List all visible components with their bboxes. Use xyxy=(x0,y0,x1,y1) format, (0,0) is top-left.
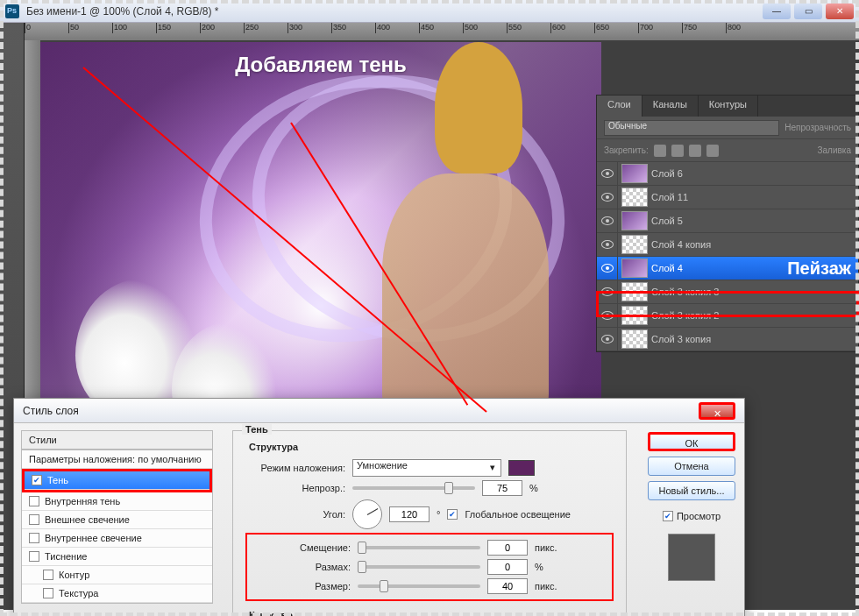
angle-dial[interactable] xyxy=(352,499,382,529)
structure-label: Структура xyxy=(249,442,614,452)
new-style-button[interactable]: Новый стиль... xyxy=(648,481,735,500)
opacity-input[interactable] xyxy=(482,480,522,496)
settings-column: Тень Структура Режим наложения: Умножени… xyxy=(220,423,639,616)
style-checkbox[interactable] xyxy=(43,588,53,598)
style-item[interactable]: Внутренняя тень xyxy=(22,492,212,511)
style-checkbox[interactable] xyxy=(43,570,53,580)
style-item[interactable]: Тень xyxy=(25,471,209,490)
dialog-close-button[interactable]: ✕ xyxy=(699,402,735,420)
cancel-button[interactable]: Отмена xyxy=(648,457,735,476)
styles-header[interactable]: Стили xyxy=(21,430,213,450)
layer-thumbnail[interactable] xyxy=(621,329,648,349)
opacity-label: Непрозрачность xyxy=(784,123,851,132)
girl-hair xyxy=(435,42,522,173)
minimize-button[interactable]: — xyxy=(763,4,791,19)
annotation-highlight-sliders: Смещение: пикс. Размах: % xyxy=(245,533,614,601)
ruler-tick-label: 300 xyxy=(289,23,302,32)
layer-style-dialog: Стиль слоя ✕ Стили Параметры наложения: … xyxy=(13,398,745,616)
ok-button[interactable]: ОК xyxy=(648,432,735,451)
layer-row[interactable]: Слой 6 xyxy=(597,162,858,186)
size-label: Размер: xyxy=(251,581,351,591)
distance-label: Смещение: xyxy=(251,542,351,553)
spread-label: Размах: xyxy=(251,562,351,572)
shadow-fieldset: Тень Структура Режим наложения: Умножени… xyxy=(232,430,627,616)
blending-defaults-row[interactable]: Параметры наложения: по умолчанию xyxy=(22,450,212,469)
layer-thumbnail[interactable] xyxy=(621,258,648,278)
layer-thumbnail[interactable] xyxy=(621,188,648,207)
visibility-toggle[interactable] xyxy=(597,233,618,256)
ruler-tick-label: 0 xyxy=(26,23,31,32)
style-checkbox[interactable] xyxy=(29,551,39,562)
layer-name-label: Слой 5 xyxy=(651,216,683,226)
horizontal-ruler: 0501001502002503003504004505005506006507… xyxy=(25,23,859,40)
eye-icon xyxy=(601,216,614,225)
ruler-tick-label: 350 xyxy=(333,23,346,32)
layer-row[interactable]: Слой 3 копия xyxy=(597,328,858,351)
tab-channels[interactable]: Каналы xyxy=(642,96,699,117)
ruler-tick-label: 450 xyxy=(421,23,434,32)
lock-transparency-icon[interactable] xyxy=(654,145,666,157)
annotation-highlight-layer xyxy=(596,291,859,317)
distance-input[interactable] xyxy=(487,540,528,556)
layer-thumbnail[interactable] xyxy=(621,211,648,230)
layer-row[interactable]: Слой 5 xyxy=(597,209,858,233)
layer-row[interactable]: Слой 4 копия xyxy=(597,233,858,257)
ruler-tick-label: 550 xyxy=(508,23,522,32)
distance-slider[interactable] xyxy=(358,546,480,549)
close-window-button[interactable]: ✕ xyxy=(826,4,854,19)
panel-tabs: Слои Каналы Контуры xyxy=(597,96,858,117)
style-label: Тиснение xyxy=(45,551,87,562)
title-bar: Без имени-1 @ 100% (Слой 4, RGB/8) * — ▭… xyxy=(0,0,859,23)
visibility-toggle[interactable] xyxy=(597,186,618,209)
tab-paths[interactable]: Контуры xyxy=(699,96,758,117)
angle-label: Угол: xyxy=(245,509,345,520)
style-item[interactable]: Внешнее свечение xyxy=(22,511,212,529)
ruler-tick-label: 800 xyxy=(728,23,741,32)
global-light-checkbox[interactable] xyxy=(447,509,458,520)
layer-row[interactable]: Слой 11 xyxy=(597,186,858,209)
style-label: Внешнее свечение xyxy=(45,514,130,525)
fill-label: Заливка xyxy=(818,145,852,155)
opacity-slider[interactable] xyxy=(352,486,475,490)
tab-layers[interactable]: Слои xyxy=(597,96,642,117)
visibility-toggle[interactable] xyxy=(597,328,618,350)
layer-row[interactable]: Слой 4 Пейзаж xyxy=(597,257,858,280)
layer-thumbnail[interactable] xyxy=(621,164,648,183)
shadow-color-swatch[interactable] xyxy=(508,460,535,476)
blend-mode-select[interactable]: Обычные xyxy=(604,120,779,136)
size-input[interactable] xyxy=(487,578,528,594)
lock-pixels-icon[interactable] xyxy=(671,145,684,157)
ruler-tick-label: 250 xyxy=(245,23,259,32)
style-checkbox[interactable] xyxy=(29,514,39,525)
visibility-toggle[interactable] xyxy=(597,162,618,185)
dialog-title: Стиль слоя xyxy=(23,405,79,417)
size-unit: пикс. xyxy=(535,581,557,591)
style-item[interactable]: Текстура xyxy=(22,584,212,603)
size-slider[interactable] xyxy=(358,584,480,588)
ruler-tick-label: 650 xyxy=(596,23,609,32)
blend-mode-dropdown[interactable]: Умножение xyxy=(352,459,501,477)
annotation-highlight-style: Тень xyxy=(22,469,212,492)
maximize-button[interactable]: ▭ xyxy=(794,4,822,19)
style-label: Контур xyxy=(59,570,89,580)
photoshop-window: Без имени-1 @ 100% (Слой 4, RGB/8) * — ▭… xyxy=(0,0,859,610)
ruler-tick-label: 750 xyxy=(684,23,697,32)
style-checkbox[interactable] xyxy=(29,533,39,543)
spread-input[interactable] xyxy=(487,559,528,575)
lock-position-icon[interactable] xyxy=(689,145,701,157)
preview-checkbox[interactable] xyxy=(663,511,673,521)
visibility-toggle[interactable] xyxy=(597,209,618,232)
style-checkbox[interactable] xyxy=(29,496,39,506)
canvas[interactable]: Добавляем тень xyxy=(40,42,601,419)
angle-input[interactable] xyxy=(389,506,430,522)
visibility-toggle[interactable] xyxy=(597,257,618,280)
style-item[interactable]: Внутреннее свечение xyxy=(22,529,212,548)
layer-thumbnail[interactable] xyxy=(621,235,648,254)
style-item[interactable]: Тиснение xyxy=(22,548,212,566)
girl-figure xyxy=(382,173,549,419)
spread-slider[interactable] xyxy=(358,565,480,569)
ruler-tick-label: 100 xyxy=(114,23,127,32)
style-checkbox[interactable] xyxy=(32,475,42,485)
lock-all-icon[interactable] xyxy=(706,145,719,157)
style-item[interactable]: Контур xyxy=(22,566,212,584)
